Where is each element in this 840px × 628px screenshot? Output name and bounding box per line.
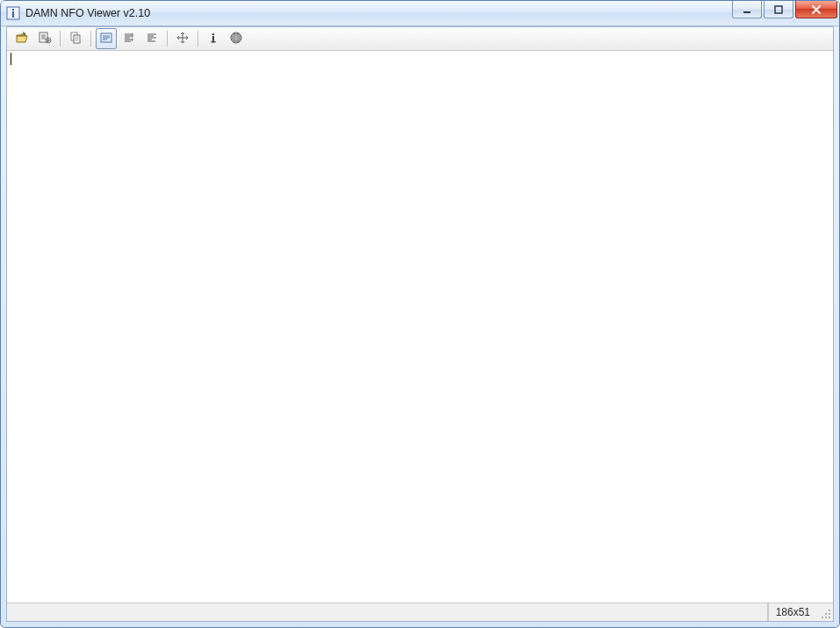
homepage-icon (229, 31, 243, 47)
client-area: 186x51 (6, 26, 834, 622)
copy-icon (68, 31, 83, 47)
window-controls (732, 1, 837, 25)
toolbar-separator (90, 31, 91, 47)
app-window: DAMN NFO Viewer v2.10 (0, 0, 840, 628)
svg-rect-8 (74, 35, 80, 43)
svg-point-17 (825, 613, 827, 615)
svg-rect-2 (12, 11, 14, 18)
toolbar (7, 27, 833, 51)
svg-point-18 (829, 617, 830, 618)
wrap-none-icon (145, 31, 159, 47)
status-dimensions: 186x51 (768, 603, 817, 621)
svg-rect-10 (212, 33, 214, 35)
toolbar-separator (60, 31, 61, 47)
autosize-button[interactable] (172, 28, 193, 49)
copy-button[interactable] (65, 28, 86, 49)
wrap-to-window-button[interactable] (96, 28, 117, 49)
minimize-button[interactable] (732, 1, 762, 18)
toolbar-separator (167, 31, 168, 47)
svg-rect-4 (775, 6, 782, 13)
shell-integration-button[interactable] (34, 28, 55, 49)
about-icon (206, 31, 220, 47)
open-button[interactable] (11, 28, 32, 49)
status-left (7, 603, 768, 621)
resize-grip[interactable] (817, 603, 833, 621)
status-bar: 186x51 (7, 603, 833, 621)
autosize-icon (176, 31, 190, 47)
wrap-window-icon (99, 31, 113, 47)
wrap-fixed-button[interactable] (118, 28, 140, 49)
wrap-none-button[interactable] (141, 28, 162, 49)
svg-rect-1 (12, 9, 14, 11)
about-button[interactable] (203, 28, 224, 49)
window-title: DAMN NFO Viewer v2.10 (25, 7, 150, 19)
homepage-button[interactable] (226, 28, 247, 49)
toolbar-separator (197, 31, 198, 47)
title-bar[interactable]: DAMN NFO Viewer v2.10 (1, 1, 839, 26)
maximize-button[interactable] (764, 1, 793, 18)
status-dimensions-text: 186x51 (776, 606, 810, 618)
svg-rect-3 (743, 11, 750, 13)
svg-point-19 (825, 617, 827, 618)
text-caret (11, 53, 11, 65)
svg-point-20 (822, 617, 823, 618)
svg-rect-12 (212, 41, 216, 43)
nfo-viewer[interactable] (7, 51, 833, 603)
svg-point-15 (829, 610, 830, 611)
open-icon (15, 31, 29, 47)
svg-rect-11 (212, 36, 214, 42)
app-icon (6, 6, 20, 20)
shell-integration-icon (38, 31, 52, 47)
wrap-fixed-icon (122, 31, 136, 47)
close-button[interactable] (795, 1, 837, 18)
svg-point-16 (829, 613, 830, 615)
